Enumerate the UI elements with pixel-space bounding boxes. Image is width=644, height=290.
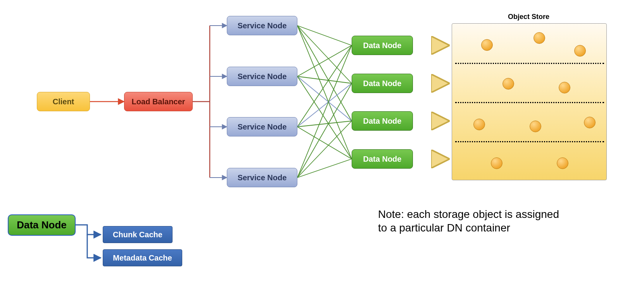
storage-object-icon xyxy=(473,119,485,130)
svg-line-8 xyxy=(297,26,352,83)
service-node-2: Service Node xyxy=(227,67,297,86)
svg-line-18 xyxy=(297,127,352,159)
store-divider xyxy=(455,63,604,64)
object-store-title: Object Store xyxy=(508,13,549,21)
data-node-4: Data Node xyxy=(352,149,413,169)
svg-line-20 xyxy=(297,83,352,178)
storage-object-icon xyxy=(574,45,586,57)
store-divider xyxy=(455,102,604,103)
storage-object-icon xyxy=(481,39,493,51)
chunk-cache-box: Chunk Cache xyxy=(103,226,173,243)
svg-line-21 xyxy=(297,121,352,178)
client-node: Client xyxy=(37,92,90,111)
metadata-cache-box: Metadata Cache xyxy=(103,249,182,266)
storage-object-icon xyxy=(584,117,596,128)
svg-line-19 xyxy=(297,45,352,178)
svg-line-17 xyxy=(297,121,352,127)
svg-line-11 xyxy=(297,45,352,76)
svg-line-12 xyxy=(297,76,352,83)
svg-line-15 xyxy=(297,45,352,127)
data-node-3: Data Node xyxy=(352,111,413,131)
svg-line-22 xyxy=(297,159,352,178)
legend-data-node: Data Node xyxy=(8,214,76,236)
note-text: Note: each storage object is assigned to… xyxy=(378,207,560,235)
load-balancer-node: Load Balancer xyxy=(124,92,193,111)
svg-line-14 xyxy=(297,76,352,159)
svg-line-10 xyxy=(297,26,352,159)
svg-line-13 xyxy=(297,76,352,121)
storage-object-icon xyxy=(534,32,545,44)
svg-line-9 xyxy=(297,26,352,121)
storage-object-icon xyxy=(502,78,514,90)
service-node-4: Service Node xyxy=(227,168,297,187)
service-node-1: Service Node xyxy=(227,16,297,35)
data-node-1: Data Node xyxy=(352,36,413,55)
svg-line-7 xyxy=(297,26,352,45)
storage-object-icon xyxy=(559,82,570,93)
svg-line-16 xyxy=(297,83,352,127)
service-node-3: Service Node xyxy=(227,117,297,136)
object-store xyxy=(452,23,607,180)
storage-object-icon xyxy=(491,157,502,169)
storage-object-icon xyxy=(557,157,568,169)
data-node-2: Data Node xyxy=(352,74,413,93)
store-divider xyxy=(455,141,604,142)
storage-object-icon xyxy=(530,121,541,132)
